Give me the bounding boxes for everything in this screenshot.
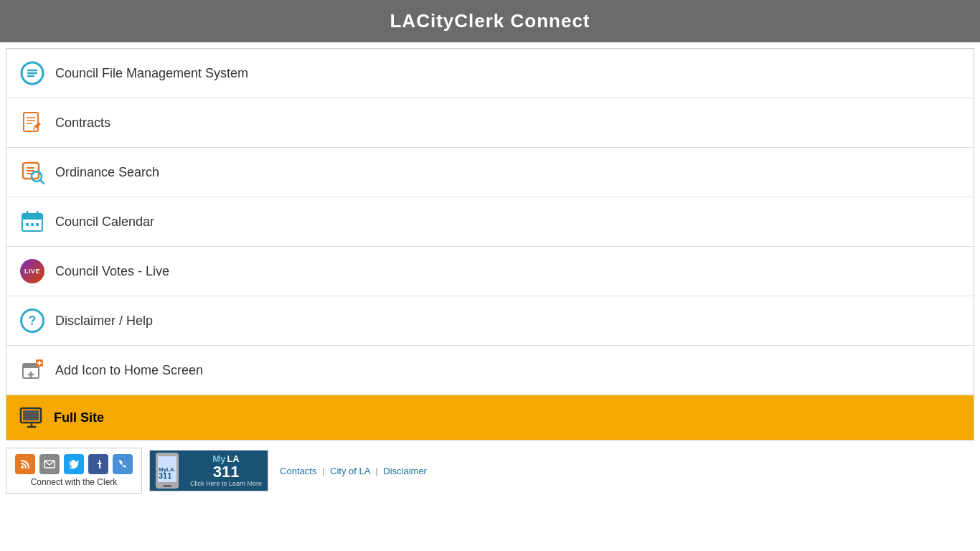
svg-point-33 xyxy=(21,466,24,468)
svg-line-8 xyxy=(34,126,34,130)
svg-rect-20 xyxy=(31,223,34,226)
contacts-link[interactable]: Contacts xyxy=(280,466,316,476)
connect-clerk-icons xyxy=(15,454,133,474)
facebook-icon xyxy=(88,454,108,474)
svg-rect-21 xyxy=(36,223,39,226)
svg-text:311: 311 xyxy=(159,471,171,480)
svg-rect-32 xyxy=(23,410,39,420)
menu-item-council-file[interactable]: Council File Management System xyxy=(6,49,974,98)
menu-item-disclaimer-help[interactable]: ? Disclaimer / Help xyxy=(6,296,974,346)
svg-rect-4 xyxy=(24,113,38,131)
menu-item-council-votes[interactable]: LIVE Council Votes - Live xyxy=(6,247,974,296)
add-home-icon xyxy=(19,357,45,383)
phone-icon xyxy=(113,454,133,474)
menu-item-ordinance-search-label: Ordinance Search xyxy=(55,165,159,180)
disclaimer-link[interactable]: Disclaimer xyxy=(383,466,427,476)
svg-rect-37 xyxy=(163,485,171,487)
svg-rect-16 xyxy=(22,214,42,220)
rss-icon xyxy=(15,454,35,474)
live-icon: LIVE xyxy=(19,258,45,284)
help-icon: ? xyxy=(19,308,45,334)
twitter-icon xyxy=(64,454,84,474)
question-mark-icon: ? xyxy=(20,309,44,333)
myla311-phone-image: MyLA 311 xyxy=(150,450,184,491)
live-badge: LIVE xyxy=(20,259,44,283)
city-of-la-link[interactable]: City of LA xyxy=(330,466,370,476)
svg-rect-19 xyxy=(26,223,29,226)
menu-item-add-home[interactable]: Add Icon to Home Screen xyxy=(6,346,974,395)
email-icon xyxy=(39,454,60,474)
monitor-icon xyxy=(19,405,44,430)
connect-clerk-banner[interactable]: Connect with the Clerk xyxy=(6,448,142,494)
page-header: LACityClerk Connect xyxy=(0,0,980,42)
myla311-banner[interactable]: MyLA 311 MyLA 311 Click Here to Learn Mo… xyxy=(149,450,268,491)
separator-2: | xyxy=(375,466,377,476)
menu-item-council-file-label: Council File Management System xyxy=(55,66,248,81)
page-title: LACityClerk Connect xyxy=(390,10,590,32)
calendar-icon xyxy=(19,209,45,235)
menu-item-contracts-label: Contracts xyxy=(55,116,110,131)
contracts-icon xyxy=(19,110,45,136)
separator-1: | xyxy=(322,466,324,476)
menu-container: Council File Management System Contracts xyxy=(6,48,974,441)
cfms-icon xyxy=(19,60,45,86)
menu-item-full-site[interactable]: Full Site xyxy=(6,395,974,440)
menu-item-full-site-label: Full Site xyxy=(54,410,104,425)
menu-item-disclaimer-help-label: Disclaimer / Help xyxy=(55,314,153,329)
menu-item-council-calendar[interactable]: Council Calendar xyxy=(6,197,974,247)
menu-item-council-calendar-label: Council Calendar xyxy=(55,215,154,230)
footer: Connect with the Clerk MyLA 311 MyLA 311… xyxy=(6,448,974,494)
myla311-text-area: MyLA 311 Click Here to Learn More xyxy=(184,451,268,491)
menu-item-ordinance-search[interactable]: Ordinance Search xyxy=(6,148,974,197)
menu-item-council-votes-label: Council Votes - Live xyxy=(55,264,169,279)
connect-clerk-label: Connect with the Clerk xyxy=(31,477,118,487)
ordinance-search-icon xyxy=(19,159,45,185)
myla311-cta: Click Here to Learn More xyxy=(190,480,262,489)
footer-links: Contacts | City of LA | Disclaimer xyxy=(280,466,427,476)
menu-item-contracts[interactable]: Contracts xyxy=(6,98,974,148)
menu-item-add-home-label: Add Icon to Home Screen xyxy=(55,363,203,378)
svg-line-11 xyxy=(40,180,44,184)
